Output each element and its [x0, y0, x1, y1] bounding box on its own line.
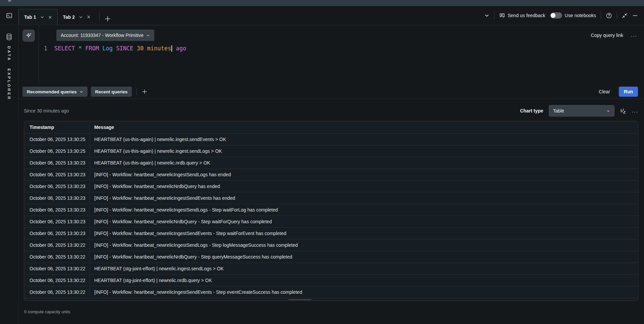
partial-logo	[8, 0, 11, 2]
editor-gutter-divider	[39, 25, 39, 85]
table-row[interactable]: October 06, 2025 13:30:23 [INFO] - Workf…	[24, 180, 638, 192]
column-header-timestamp[interactable]: Timestamp	[24, 121, 90, 133]
results-header-right: Chart type Table ...	[520, 105, 638, 117]
table-partial-row	[24, 298, 638, 300]
message-cell: HEARTBEAT (stg-joint-effort) | newrelic.…	[90, 263, 638, 274]
table-header-row: Timestamp Message	[24, 121, 638, 133]
tab-2[interactable]: Tab 2	[58, 9, 96, 25]
since-label: Since 30 minutes ago	[24, 108, 69, 113]
table-row[interactable]: October 06, 2025 13:30:23 [INFO] - Workf…	[24, 192, 638, 204]
use-notebooks-toggle[interactable]	[550, 12, 562, 18]
timestamp-cell: October 06, 2025 13:30:23	[24, 204, 90, 216]
sidebar-title-data: DATA	[7, 46, 11, 61]
chevron-down-icon	[606, 109, 610, 113]
recent-queries-button[interactable]: Recent queries	[91, 87, 132, 97]
timestamp-cell: October 06, 2025 13:30:22	[24, 239, 90, 251]
message-cell: [INFO] - Workflow: heartbeat_newrelicIng…	[90, 204, 638, 216]
table-row[interactable]: October 06, 2025 13:30:23 [INFO] - Workf…	[24, 204, 638, 216]
tab-1-chevron-down-icon[interactable]	[40, 15, 44, 19]
minimize-icon[interactable]	[632, 13, 638, 18]
chart-type-label: Chart type	[520, 108, 543, 113]
timestamp-cell: October 06, 2025 13:30:23	[24, 216, 90, 227]
query-line[interactable]: 1 SELECT * FROM Log SINCE 30 minutes ago	[18, 44, 186, 53]
chart-type-value: Table	[553, 108, 564, 113]
timestamp-cell: October 06, 2025 13:30:23	[24, 181, 90, 192]
chart-type-select[interactable]: Table	[549, 105, 614, 117]
divider	[617, 12, 617, 19]
app-root: DATA EXPLORER Tab 1 Tab 2	[0, 6, 644, 324]
message-cell: [INFO] - Workflow: heartbeat_newrelicIng…	[90, 228, 638, 239]
tab-divider	[99, 13, 100, 21]
message-cell: [INFO] - Workflow: heartbeat_newrelicIng…	[90, 286, 638, 298]
collapse-window-icon[interactable]	[622, 13, 628, 18]
recent-queries-label: Recent queries	[95, 89, 128, 94]
account-selector[interactable]: Account: 11933347 - Workflow Primitive	[56, 30, 154, 41]
table-row[interactable]: October 06, 2025 13:30:25 HEARTBEAT (us-…	[24, 145, 638, 157]
tab-bar: Tab 1 Tab 2	[18, 6, 644, 25]
top-window-strip	[0, 0, 644, 6]
results-more-options-button[interactable]: ...	[632, 108, 638, 114]
table-row[interactable]: October 06, 2025 13:30:22 [INFO] - Workf…	[24, 286, 638, 298]
send-feedback-button[interactable]: Send us feedback	[499, 12, 545, 18]
chevron-down-icon	[79, 90, 83, 94]
message-cell: [INFO] - Workflow: heartbeat_newrelicIng…	[90, 239, 638, 251]
use-notebooks-control: Use notebooks	[550, 12, 596, 18]
send-feedback-label: Send us feedback	[508, 13, 545, 18]
copy-query-link-button[interactable]: Copy query link	[591, 33, 624, 38]
tab-2-close-icon[interactable]	[87, 15, 91, 19]
recommended-queries-button[interactable]: Recommended queries	[22, 87, 88, 97]
database-icon[interactable]	[6, 33, 12, 41]
table-row[interactable]: October 06, 2025 13:30:22 HEARTBEAT (stg…	[24, 274, 638, 286]
table-row[interactable]: October 06, 2025 13:30:23 HEARTBEAT (us-…	[24, 157, 638, 169]
tab-1-close-icon[interactable]	[48, 15, 52, 19]
message-cell: [INFO] - Workflow: heartbeat_newrelicNrd…	[90, 181, 638, 192]
editor-more-options-button[interactable]: ...	[631, 32, 637, 38]
query-editor-section: Account: 11933347 - Workflow Primitive C…	[18, 25, 644, 99]
table-row[interactable]: October 06, 2025 13:30:23 [INFO] - Workf…	[24, 216, 638, 227]
timestamp-cell: October 06, 2025 13:30:23	[24, 169, 90, 180]
table-row[interactable]: October 06, 2025 13:30:22 [INFO] - Workf…	[24, 251, 638, 263]
message-cell: [INFO] - Workflow: heartbeat_newrelicNrd…	[90, 251, 638, 263]
main-column: Tab 1 Tab 2	[18, 6, 644, 324]
query-editor[interactable]: Account: 11933347 - Workflow Primitive C…	[18, 25, 644, 85]
line-number: 1	[18, 44, 47, 53]
table-row[interactable]: October 06, 2025 13:30:25 HEARTBEAT (us-…	[24, 133, 638, 145]
compute-capacity-note: 0 compute capacity units	[24, 310, 638, 314]
tab-1[interactable]: Tab 1	[18, 9, 58, 25]
table-row[interactable]: October 06, 2025 13:30:23 [INFO] - Workf…	[24, 169, 638, 180]
edit-chart-icon[interactable]	[620, 107, 627, 114]
table-row[interactable]: October 06, 2025 13:30:22 [INFO] - Workf…	[24, 239, 638, 251]
message-cell: [INFO] - Workflow: heartbeat_newrelicNrd…	[90, 216, 638, 227]
results-table: Timestamp Message October 06, 2025 13:30…	[24, 121, 638, 301]
divider	[494, 12, 494, 19]
message-cell: [INFO] - Workflow: heartbeat_newrelicIng…	[90, 192, 638, 204]
use-notebooks-label: Use notebooks	[565, 13, 596, 18]
run-button[interactable]: Run	[619, 87, 638, 97]
add-query-plus-icon[interactable]	[142, 89, 148, 95]
help-icon[interactable]	[606, 12, 612, 19]
sidebar-title: DATA EXPLORER	[7, 46, 11, 101]
account-selector-label: Account: 11933347 - Workflow Primitive	[61, 33, 144, 38]
horizontal-scrollbar-thumb[interactable]	[288, 299, 312, 300]
message-cell: HEARTBEAT (stg-joint-effort) | newrelic.…	[90, 275, 638, 286]
sparkle-icon	[25, 32, 32, 39]
new-tab-plus-icon[interactable]	[104, 15, 111, 22]
message-cell: [INFO] - Workflow: heartbeat_newrelicIng…	[90, 169, 638, 180]
data-explorer-sidebar: DATA EXPLORER	[0, 6, 18, 324]
console-panel-icon[interactable]	[6, 12, 12, 19]
table-row[interactable]: October 06, 2025 13:30:22 HEARTBEAT (stg…	[24, 263, 638, 274]
column-header-message[interactable]: Message	[90, 121, 638, 133]
clear-button[interactable]: Clear	[599, 89, 610, 94]
tab-2-label: Tab 2	[63, 14, 75, 20]
tab-bar-right-controls: Send us feedback Use notebooks	[484, 6, 638, 25]
timestamp-cell: October 06, 2025 13:30:23	[24, 192, 90, 204]
ai-assistant-button[interactable]	[22, 30, 35, 42]
collapse-chevron-down-icon[interactable]	[484, 13, 489, 18]
tabs: Tab 1 Tab 2	[18, 6, 111, 25]
tab-2-chevron-down-icon[interactable]	[79, 15, 83, 19]
table-row[interactable]: October 06, 2025 13:30:23 [INFO] - Workf…	[24, 227, 638, 239]
results-section: Since 30 minutes ago Chart type Table	[18, 99, 644, 324]
recommended-queries-label: Recommended queries	[27, 89, 77, 94]
toggle-knob	[551, 13, 555, 18]
sidebar-top	[0, 6, 18, 25]
